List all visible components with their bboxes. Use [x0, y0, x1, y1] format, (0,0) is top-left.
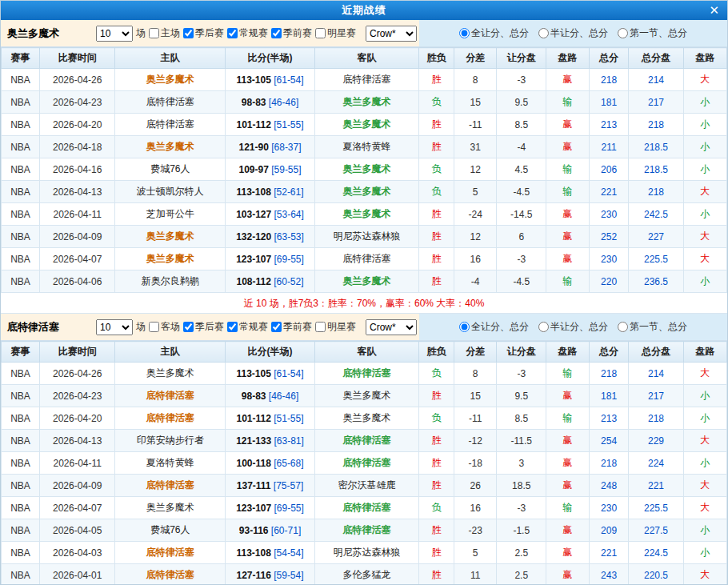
- handicap-result-cell: 赢: [546, 69, 590, 91]
- home-away-checkbox[interactable]: 主场: [149, 26, 180, 40]
- result-cell: 负: [419, 181, 454, 203]
- regular-season-checkbox-input[interactable]: [227, 28, 238, 38]
- first-quarter-total-radio[interactable]: 第一节、总分: [618, 26, 687, 40]
- score-cell: 123-107 [69-55]: [226, 248, 315, 270]
- bookmaker-select[interactable]: Crow*: [366, 319, 417, 335]
- half-score: [59-54]: [271, 570, 304, 581]
- bookmaker-select[interactable]: Crow*: [366, 26, 417, 42]
- score-cell: 121-90 [68-37]: [226, 136, 315, 158]
- away-team-cell: 明尼苏达森林狼: [314, 542, 419, 564]
- point-diff-cell: 5: [454, 542, 497, 564]
- allstar-checkbox-input[interactable]: [315, 28, 326, 38]
- half-score: [63-81]: [271, 435, 304, 447]
- full-handicap-total-radio[interactable]: 全让分、总分: [459, 26, 529, 40]
- team-filter-bar: 奥兰多魔术 10 场 主场 季后赛 常规赛 季前赛: [1, 20, 727, 47]
- league-cell: NBA: [2, 407, 40, 430]
- date-cell: 2026-04-05: [40, 519, 115, 542]
- regular-season-checkbox[interactable]: 常规赛: [227, 320, 268, 334]
- handicap-cell: -4.5: [497, 270, 546, 293]
- playoffs-checkbox-input[interactable]: [183, 28, 194, 38]
- total-line-cell: 227: [629, 226, 683, 248]
- checkbox-label: 主场: [161, 26, 180, 40]
- total-line-cell: 217: [629, 91, 683, 114]
- radio-input[interactable]: [538, 28, 549, 38]
- date-cell: 2026-04-23: [40, 385, 115, 407]
- checkbox-label: 季前赛: [283, 26, 312, 40]
- playoffs-checkbox[interactable]: 季后赛: [183, 26, 224, 40]
- radio-input[interactable]: [538, 322, 549, 332]
- total-line-cell: 236.5: [629, 270, 683, 293]
- handicap-cell: -4.5: [497, 181, 546, 203]
- point-diff-cell: 12: [454, 158, 497, 181]
- half-score: [52-61]: [271, 186, 304, 198]
- total-points-cell: 218: [589, 452, 629, 475]
- score-cell: 113-105 [61-54]: [226, 363, 315, 385]
- away-team-cell: 奥兰多魔术: [314, 181, 419, 203]
- home-team-cell: 费城76人: [115, 158, 226, 181]
- half-score: [61-54]: [271, 74, 304, 86]
- full-handicap-total-radio[interactable]: 全让分、总分: [459, 320, 529, 334]
- preseason-checkbox[interactable]: 季前赛: [271, 320, 312, 334]
- total-points-cell: 206: [589, 158, 629, 181]
- total-points-cell: 254: [589, 430, 629, 452]
- column-header: 盘路: [546, 48, 590, 69]
- allstar-checkbox-input[interactable]: [315, 322, 326, 332]
- playoffs-checkbox-input[interactable]: [183, 322, 194, 332]
- preseason-checkbox-input[interactable]: [271, 28, 282, 38]
- half-score: [46-46]: [266, 391, 299, 402]
- score-cell: 132-120 [63-53]: [226, 226, 315, 248]
- checkbox-label: 季后赛: [195, 320, 224, 334]
- half-handicap-total-radio[interactable]: 半让分、总分: [538, 26, 608, 40]
- handicap-result-cell: 赢: [546, 430, 590, 452]
- half-handicap-total-radio[interactable]: 半让分、总分: [538, 320, 608, 334]
- total-result-cell: 大: [683, 181, 727, 203]
- radio-label: 全让分、总分: [471, 26, 529, 40]
- radio-input[interactable]: [618, 28, 628, 38]
- radio-input[interactable]: [618, 322, 628, 332]
- table-row: NBA2026-04-01底特律活塞127-116 [59-54]多伦多猛龙胜1…: [2, 564, 727, 585]
- handicap-result-cell: 输: [546, 270, 590, 293]
- home-away-checkbox[interactable]: 客场: [149, 320, 180, 334]
- point-diff-cell: 26: [454, 475, 497, 497]
- games-label: 场: [136, 320, 146, 334]
- radio-label: 第一节、总分: [630, 26, 687, 40]
- handicap-result-cell: 赢: [546, 452, 590, 475]
- total-result-cell: 小: [683, 203, 727, 226]
- table-row: NBA2026-04-23底特律活塞98-83 [46-46]奥兰多魔术胜159…: [2, 385, 727, 407]
- column-header: 分差: [454, 342, 497, 363]
- total-result-cell: 大: [683, 363, 727, 385]
- preseason-checkbox[interactable]: 季前赛: [271, 26, 312, 40]
- checkbox-label: 明星赛: [327, 320, 356, 334]
- radio-input[interactable]: [459, 28, 470, 38]
- allstar-checkbox[interactable]: 明星赛: [315, 320, 356, 334]
- regular-season-checkbox-input[interactable]: [227, 322, 238, 332]
- away-team-cell: 奥兰多魔术: [314, 114, 419, 136]
- total-result-cell: 大: [683, 226, 727, 248]
- game-count-select[interactable]: 10: [96, 319, 133, 335]
- league-cell: NBA: [2, 270, 40, 293]
- league-cell: NBA: [2, 385, 40, 407]
- date-cell: 2026-04-13: [40, 430, 115, 452]
- close-icon[interactable]: ✕: [709, 1, 719, 20]
- game-count-select[interactable]: 10: [96, 26, 133, 42]
- away-team-cell: 底特律活塞: [314, 363, 419, 385]
- handicap-result-cell: 赢: [546, 114, 590, 136]
- column-header: 盘路: [683, 48, 727, 69]
- total-points-cell: 248: [589, 475, 629, 497]
- half-score: [46-46]: [266, 97, 299, 108]
- allstar-checkbox[interactable]: 明星赛: [315, 26, 356, 40]
- radio-input[interactable]: [459, 322, 470, 332]
- regular-season-checkbox[interactable]: 常规赛: [227, 26, 268, 40]
- point-diff-cell: 11: [454, 564, 497, 585]
- home-away-checkbox-input[interactable]: [149, 322, 159, 332]
- recent-results-window: 近期战绩 ✕ 奥兰多魔术 10 场 主场 季后赛 常规赛 季: [0, 0, 728, 585]
- home-team-cell: 奥兰多魔术: [115, 226, 226, 248]
- table-row: NBA2026-04-05费城76人93-116 [60-71]底特律活塞胜-2…: [2, 519, 727, 542]
- column-header: 比分(半场): [226, 342, 315, 363]
- playoffs-checkbox[interactable]: 季后赛: [183, 320, 224, 334]
- preseason-checkbox-input[interactable]: [271, 322, 282, 332]
- first-quarter-total-radio[interactable]: 第一节、总分: [618, 320, 687, 334]
- column-header: 盘路: [683, 342, 727, 363]
- home-away-checkbox-input[interactable]: [149, 28, 159, 38]
- half-score: [75-57]: [271, 480, 304, 491]
